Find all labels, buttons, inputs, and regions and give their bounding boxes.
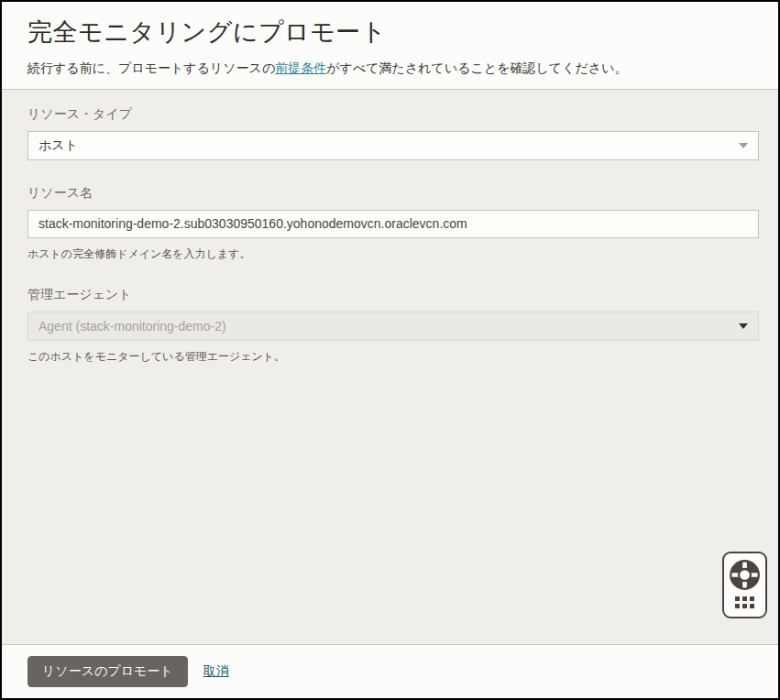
subtitle-text-after: がすべて満たされていることを確認してください。 (326, 60, 627, 75)
chevron-down-icon (739, 323, 748, 329)
management-agent-select: Agent (stack-monitoring-demo-2) (27, 312, 759, 341)
dialog-footer: リソースのプロモート 取消 (2, 644, 778, 698)
resource-type-field: リソース・タイプ ホスト (27, 106, 759, 160)
chevron-down-icon (739, 143, 748, 148)
management-agent-selected-value: Agent (stack-monitoring-demo-2) (38, 319, 226, 334)
dialog-body: リソース・タイプ ホスト リソース名 ホストの完全修飾ドメイン名を入力します。 … (2, 90, 778, 644)
dots-grid-icon[interactable] (735, 596, 754, 608)
page-title: 完全モニタリングにプロモート (27, 16, 753, 49)
promote-dialog: 完全モニタリングにプロモート 続行する前に、プロモートするリソースの前提条件がす… (0, 0, 780, 700)
assist-widget[interactable] (722, 552, 767, 618)
subtitle-text-before: 続行する前に、プロモートするリソースの (27, 60, 275, 75)
management-agent-field: 管理エージェント Agent (stack-monitoring-demo-2)… (27, 287, 759, 365)
resource-name-field: リソース名 ホストの完全修飾ドメイン名を入力します。 (27, 185, 759, 262)
resource-type-label: リソース・タイプ (27, 106, 759, 123)
prerequisites-link[interactable]: 前提条件 (275, 60, 326, 75)
management-agent-label: 管理エージェント (27, 287, 759, 303)
cancel-link[interactable]: 取消 (203, 663, 229, 680)
management-agent-help: このホストをモニターしている管理エージェント。 (27, 349, 759, 365)
resource-name-input[interactable] (27, 210, 759, 238)
resource-type-select[interactable]: ホスト (27, 131, 759, 160)
resource-type-selected-value: ホスト (38, 137, 78, 154)
resource-name-help: ホストの完全修飾ドメイン名を入力します。 (27, 246, 759, 262)
dialog-header: 完全モニタリングにプロモート 続行する前に、プロモートするリソースの前提条件がす… (2, 2, 778, 90)
dialog-subtitle: 続行する前に、プロモートするリソースの前提条件がすべて満たされていることを確認し… (27, 60, 753, 78)
life-preserver-icon[interactable] (728, 558, 762, 592)
promote-resource-button[interactable]: リソースのプロモート (27, 656, 188, 687)
resource-name-label: リソース名 (27, 185, 759, 202)
